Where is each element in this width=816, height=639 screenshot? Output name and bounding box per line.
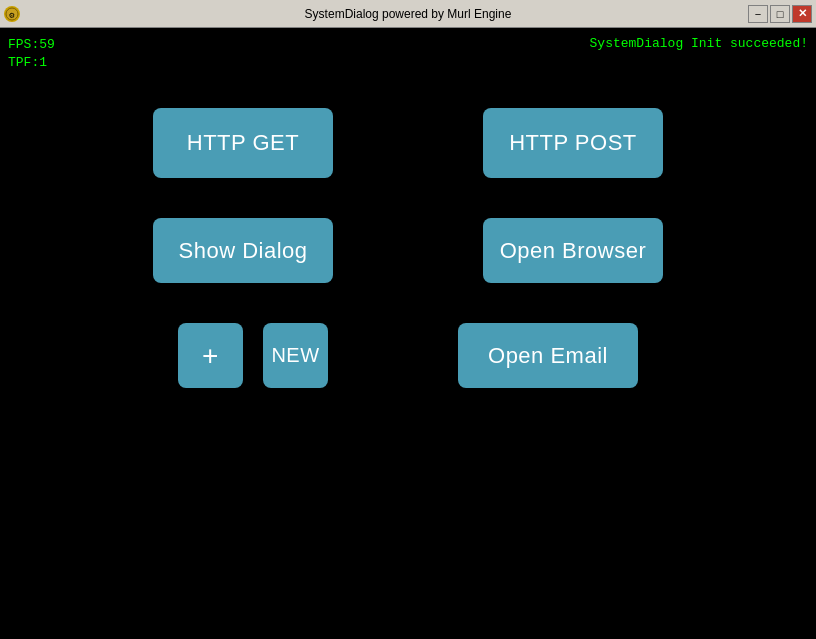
show-dialog-button[interactable]: Show Dialog <box>153 218 333 283</box>
window-title: SystemDialog powered by Murl Engine <box>305 7 512 21</box>
bottom-left-group: + NEW <box>178 323 328 388</box>
minimize-button[interactable]: − <box>748 5 768 23</box>
status-display: SystemDialog Init succeeded! <box>590 36 808 51</box>
fps-line1: FPS:59 <box>8 36 55 54</box>
plus-button[interactable]: + <box>178 323 243 388</box>
app-content: FPS:59 TPF:1 SystemDialog Init succeeded… <box>0 28 816 639</box>
app-icon: ⚙ <box>4 6 20 22</box>
http-get-button[interactable]: HTTP GET <box>153 108 333 178</box>
open-email-button[interactable]: Open Email <box>458 323 638 388</box>
title-bar: ⚙ SystemDialog powered by Murl Engine − … <box>0 0 816 28</box>
open-browser-button[interactable]: Open Browser <box>483 218 663 283</box>
new-button[interactable]: NEW <box>263 323 328 388</box>
fps-display: FPS:59 TPF:1 <box>8 36 55 72</box>
bottom-right-group: Open Email <box>458 323 638 388</box>
http-post-button[interactable]: HTTP POST <box>483 108 663 178</box>
button-row-3: + NEW Open Email <box>178 323 638 388</box>
svg-text:⚙: ⚙ <box>8 11 15 21</box>
button-row-2: Show Dialog Open Browser <box>153 218 663 283</box>
window-controls: − □ ✕ <box>748 5 812 23</box>
buttons-area: HTTP GET HTTP POST Show Dialog Open Brow… <box>0 88 816 639</box>
title-bar-left: ⚙ <box>4 6 20 22</box>
close-button[interactable]: ✕ <box>792 5 812 23</box>
button-row-1: HTTP GET HTTP POST <box>153 108 663 178</box>
fps-line2: TPF:1 <box>8 54 55 72</box>
maximize-button[interactable]: □ <box>770 5 790 23</box>
